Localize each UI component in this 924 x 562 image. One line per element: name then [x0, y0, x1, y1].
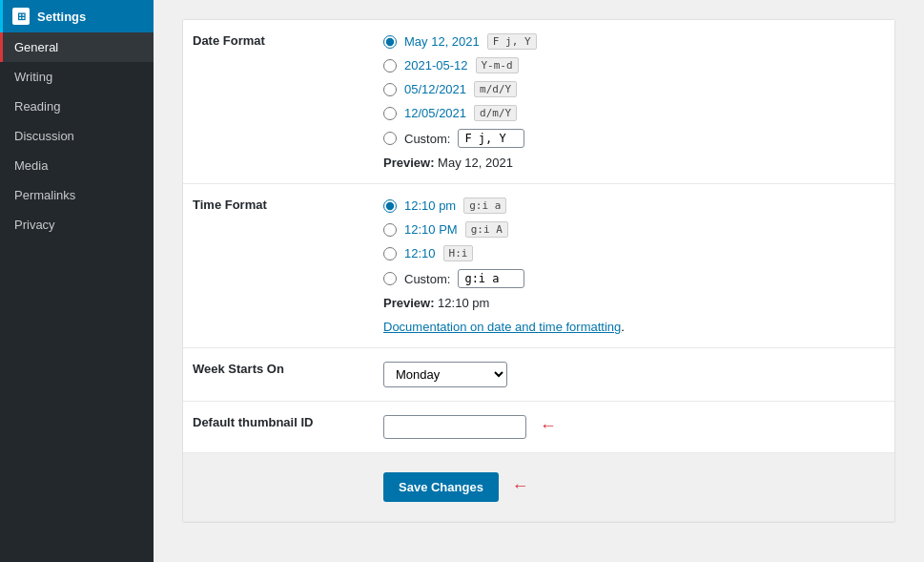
time-radio-label-tf1[interactable]: 12:10 pm	[404, 198, 456, 213]
time-format-options: 12:10 pmg:i a12:10 PMg:i A12:10H:iCustom…	[374, 184, 894, 348]
doc-link-row: Documentation on date and time formattin…	[383, 320, 885, 334]
time-radio-tf3[interactable]	[383, 247, 397, 260]
date-radio-df4[interactable]	[383, 107, 397, 120]
time-format-row: Time Format 12:10 pmg:i a12:10 PMg:i A12…	[183, 184, 894, 348]
week-starts-select[interactable]: SundayMondayTuesdayWednesdayThursdayFrid…	[383, 362, 507, 387]
sidebar-item-reading[interactable]: Reading	[0, 92, 154, 121]
date-badge-df3: m/d/Y	[474, 81, 517, 97]
date-radio-df1[interactable]	[383, 35, 397, 49]
time-radio-row-tf1: 12:10 pmg:i a	[383, 198, 885, 214]
date-format-radio-group: May 12, 2021F j, Y2021-05-12Y-m-d05/12/2…	[383, 33, 885, 148]
time-badge-tf3: H:i	[443, 245, 474, 261]
date-custom-row: Custom:	[383, 129, 885, 148]
settings-wrapper: Date Format May 12, 2021F j, Y2021-05-12…	[182, 19, 895, 523]
date-custom-label[interactable]: Custom:	[404, 132, 450, 146]
save-row: Save Changes ←	[183, 453, 894, 522]
time-format-label: Time Format	[183, 184, 374, 348]
date-radio-row-df2: 2021-05-12Y-m-d	[383, 57, 885, 73]
time-radio-label-tf3[interactable]: 12:10	[404, 246, 436, 260]
date-radio-row-df3: 05/12/2021m/d/Y	[383, 81, 885, 97]
time-badge-tf1: g:i a	[463, 198, 506, 214]
time-format-preview: Preview: 12:10 pm	[383, 296, 885, 310]
date-badge-df2: Y-m-d	[476, 57, 519, 73]
main-content: Date Format May 12, 2021F j, Y2021-05-12…	[154, 0, 924, 562]
time-format-radio-group: 12:10 pmg:i a12:10 PMg:i A12:10H:iCustom…	[383, 198, 885, 288]
save-arrow-icon: ←	[512, 476, 529, 496]
date-radio-label-df1[interactable]: May 12, 2021	[404, 34, 480, 49]
week-starts-control: SundayMondayTuesdayWednesdayThursdayFrid…	[374, 348, 894, 402]
sidebar-item-permalinks[interactable]: Permalinks	[0, 180, 154, 210]
date-custom-radio[interactable]	[383, 132, 397, 145]
date-radio-row-df4: 12/05/2021d/m/Y	[383, 105, 885, 121]
sidebar-item-media[interactable]: Media	[0, 151, 154, 180]
thumbnail-arrow-icon: ←	[540, 416, 557, 436]
date-format-options: May 12, 2021F j, Y2021-05-12Y-m-d05/12/2…	[374, 20, 894, 184]
thumbnail-label: Default thumbnail ID	[183, 402, 374, 453]
sidebar-item-discussion[interactable]: Discussion	[0, 121, 154, 151]
date-radio-label-df3[interactable]: 05/12/2021	[404, 82, 466, 96]
week-starts-label: Week Starts On	[183, 348, 374, 402]
sidebar-nav: GeneralWritingReadingDiscussionMediaPerm…	[0, 32, 154, 239]
doc-link[interactable]: Documentation on date and time formattin…	[383, 320, 621, 334]
thumbnail-input[interactable]	[383, 415, 526, 439]
date-radio-label-df4[interactable]: 12/05/2021	[404, 106, 466, 120]
date-format-row: Date Format May 12, 2021F j, Y2021-05-12…	[183, 20, 894, 184]
date-format-preview: Preview: May 12, 2021	[383, 156, 885, 170]
time-radio-row-tf3: 12:10H:i	[383, 245, 885, 261]
sidebar-item-general[interactable]: General	[0, 32, 154, 62]
wordpress-icon: ⊞	[12, 8, 30, 25]
time-radio-row-tf2: 12:10 PMg:i A	[383, 221, 885, 238]
time-radio-tf1[interactable]	[383, 199, 397, 213]
time-custom-input[interactable]	[458, 269, 524, 288]
save-changes-button[interactable]: Save Changes	[383, 472, 499, 502]
date-radio-row-df1: May 12, 2021F j, Y	[383, 33, 885, 50]
time-custom-radio[interactable]	[383, 272, 397, 285]
sidebar-title: Settings	[37, 10, 86, 24]
date-radio-df2[interactable]	[383, 59, 397, 73]
time-custom-label[interactable]: Custom:	[404, 272, 450, 286]
sidebar-item-writing[interactable]: Writing	[0, 62, 154, 92]
date-badge-df1: F j, Y	[487, 33, 537, 50]
time-badge-tf2: g:i A	[465, 221, 508, 238]
thumbnail-control: ←	[374, 402, 894, 453]
save-cell: Save Changes ←	[374, 453, 894, 522]
time-custom-row: Custom:	[383, 269, 885, 288]
date-badge-df4: d/m/Y	[474, 105, 517, 121]
date-format-label: Date Format	[183, 20, 374, 184]
date-radio-df3[interactable]	[383, 83, 397, 96]
date-radio-label-df2[interactable]: 2021-05-12	[404, 58, 468, 73]
week-starts-row: Week Starts On SundayMondayTuesdayWednes…	[183, 348, 894, 402]
sidebar: ⊞ Settings GeneralWritingReadingDiscussi…	[0, 0, 154, 562]
sidebar-item-privacy[interactable]: Privacy	[0, 210, 154, 239]
thumbnail-row: Default thumbnail ID ←	[183, 402, 894, 453]
time-radio-tf2[interactable]	[383, 223, 397, 237]
date-custom-input[interactable]	[458, 129, 524, 148]
save-empty-cell	[183, 453, 374, 522]
sidebar-header[interactable]: ⊞ Settings	[0, 0, 154, 32]
time-radio-label-tf2[interactable]: 12:10 PM	[404, 222, 458, 237]
settings-table: Date Format May 12, 2021F j, Y2021-05-12…	[183, 20, 894, 522]
